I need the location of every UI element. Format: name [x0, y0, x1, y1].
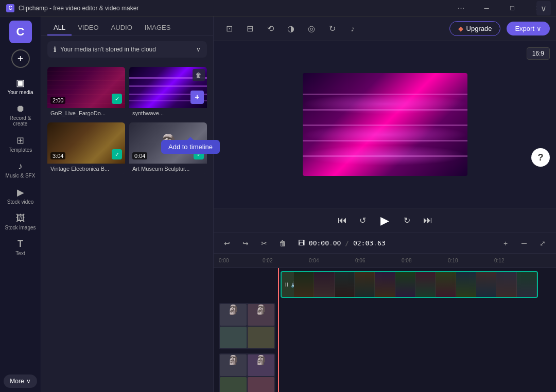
- preview-line-3: [303, 124, 467, 126]
- cloud-notice[interactable]: ℹ Your media isn't stored in the cloud ∨: [47, 41, 207, 58]
- sidebar-item-stock-video[interactable]: ▶ Stock video: [2, 184, 39, 208]
- preview-glow-top: [303, 94, 467, 114]
- vintage-track[interactable]: 🗿 🗿: [219, 353, 275, 392]
- more-label: More: [10, 378, 24, 385]
- sidebar-item-stock-images[interactable]: 🖼 Stock images: [2, 210, 39, 234]
- rewind-icon: ↺: [359, 216, 366, 225]
- tab-images[interactable]: IMAGES: [138, 21, 177, 35]
- add-media-button[interactable]: +: [11, 49, 30, 68]
- total-time: 02:03: [353, 239, 373, 247]
- menu-dots-button[interactable]: ⋯: [449, 0, 473, 16]
- preview-area: 16:9 ?: [214, 41, 556, 208]
- more-button[interactable]: More ∨: [4, 375, 37, 388]
- ruler-mark-6: 0:12: [494, 258, 504, 263]
- media-card-synthwave[interactable]: 🗑 + synthwave...: [129, 67, 207, 118]
- video-track[interactable]: ⏸ 🔊: [281, 271, 538, 298]
- timecode-tape-icon: 🎞: [298, 239, 305, 247]
- collapse-timeline-button[interactable]: ∨: [536, 1, 551, 15]
- media-duration-gnr: 2:00: [50, 97, 65, 104]
- timeline-toolbar: ↩ ↪ ✂ 🗑 🎞 00:00.00 / 02:03.63 + ─ ⤢ ∨: [214, 233, 556, 254]
- transform-tool-button[interactable]: ⟲: [261, 20, 280, 38]
- forward-button[interactable]: ↻: [399, 212, 415, 229]
- tab-audio[interactable]: AUDIO: [105, 21, 138, 35]
- media-card-hover-buttons: 🗑: [193, 69, 205, 81]
- stock-images-icon: 🖼: [16, 213, 25, 224]
- ruler-mark-0: 0:00: [219, 258, 229, 263]
- filters-tool-button[interactable]: ◎: [302, 20, 321, 38]
- upgrade-label: Upgrade: [466, 25, 492, 32]
- timeline-content: 0:00 0:02 0:04 0:06 0:08 0:10 0:12 ⏸: [214, 254, 556, 392]
- color-tool-button[interactable]: ◑: [282, 20, 300, 38]
- export-label: Export: [515, 25, 534, 32]
- stock-video-icon: ▶: [17, 187, 24, 198]
- rewind-button[interactable]: ↺: [355, 212, 371, 229]
- sidebar-item-label-templates: Templates: [9, 147, 32, 153]
- zoom-out-button[interactable]: ─: [517, 236, 531, 251]
- app-container: C + ▣ Your media ⏺ Record & create ⊞ Tem…: [0, 16, 556, 392]
- preview-line-4: [303, 140, 467, 141]
- tab-video[interactable]: VIDEO: [72, 21, 105, 35]
- fit-timeline-button[interactable]: ⤢: [535, 236, 550, 251]
- current-time: 00:00: [309, 239, 329, 247]
- minimize-button[interactable]: ─: [475, 0, 498, 16]
- playhead[interactable]: [278, 268, 279, 392]
- sidebar-item-your-media[interactable]: ▣ Your media: [2, 74, 39, 98]
- upgrade-button[interactable]: ◆ Upgrade: [449, 21, 501, 36]
- cloud-notice-text: Your media isn't stored in the cloud: [60, 46, 156, 53]
- zoom-in-button[interactable]: +: [498, 236, 513, 251]
- text-icon: T: [18, 239, 23, 250]
- preview-video: [303, 73, 467, 176]
- delete-media-button[interactable]: 🗑: [193, 69, 205, 81]
- audio-tool-button[interactable]: ♪: [343, 20, 362, 38]
- media-name-vintage: Vintage Electronica B...: [47, 164, 125, 174]
- info-icon: ℹ: [54, 45, 56, 54]
- rotate-tool-button[interactable]: ↻: [323, 20, 341, 38]
- media-card-gnr[interactable]: 2:00 ✓ GnR_Live_FargoDo...: [47, 67, 125, 118]
- ruler-mark-5: 0:10: [448, 258, 458, 263]
- title-bar: C Clipchamp - free video editor & video …: [0, 0, 556, 16]
- add-to-timeline-button[interactable]: +: [190, 91, 204, 104]
- export-button[interactable]: Export ∨: [507, 22, 550, 35]
- tab-all[interactable]: ALL: [47, 21, 72, 35]
- media-duration-artmuseum: 0:04: [132, 152, 147, 159]
- sidebar-item-label-text: Text: [15, 251, 25, 256]
- media-name-artmuseum: Art Museum Sculptur...: [129, 164, 207, 174]
- redo-button[interactable]: ↪: [238, 236, 253, 251]
- ruler-mark-2: 0:04: [309, 258, 319, 263]
- media-card-vintage[interactable]: 3:04 ✓ Vintage Electronica B...: [47, 122, 125, 174]
- title-bar-left: C Clipchamp - free video editor & video …: [6, 4, 138, 12]
- editor-panel: ⊡ ⊟ ⟲ ◑ ◎ ↻ ♪ ◆ Upgrade Export ∨: [214, 16, 556, 392]
- layout-tool-button[interactable]: ⊡: [220, 20, 238, 38]
- maximize-button[interactable]: □: [500, 0, 524, 16]
- track-frames: [294, 272, 537, 297]
- window-controls: ⋯ ─ □ ✕: [449, 0, 550, 16]
- sidebar-item-record-create[interactable]: ⏺ Record & create: [2, 100, 39, 130]
- help-button[interactable]: ?: [531, 148, 550, 167]
- skip-forward-button[interactable]: ⏭: [420, 212, 436, 229]
- crop-tool-button[interactable]: ⊟: [240, 20, 259, 38]
- sidebar-item-label-stock-images: Stock images: [5, 225, 36, 230]
- forward-icon: ↻: [404, 216, 410, 225]
- sidebar-item-label-stock-video: Stock video: [7, 199, 34, 205]
- sidebar-item-templates[interactable]: ⊞ Templates: [2, 132, 39, 156]
- ruler-mark-3: 0:06: [355, 258, 365, 263]
- delete-button[interactable]: 🗑: [275, 236, 290, 251]
- timeline-area: ↩ ↪ ✂ 🗑 🎞 00:00.00 / 02:03.63 + ─ ⤢ ∨: [214, 233, 556, 392]
- sidebar-item-label-your-media: Your media: [7, 90, 33, 95]
- art-museum-track[interactable]: 🗿 🗿: [219, 303, 275, 349]
- undo-button[interactable]: ↩: [220, 236, 234, 251]
- sidebar-item-text[interactable]: T Text: [2, 236, 39, 259]
- add-to-timeline-tooltip: Add to timeline: [161, 140, 220, 154]
- window-title: Clipchamp - free video editor & video ma…: [19, 5, 138, 12]
- aspect-ratio-badge[interactable]: 16:9: [527, 47, 550, 60]
- pause-track-icon: ⏸: [284, 281, 289, 288]
- preview-glow-mid: [303, 124, 467, 145]
- media-duration-vintage: 3:04: [50, 152, 65, 159]
- play-icon: ▶: [380, 214, 389, 227]
- sidebar-logo: C: [9, 21, 32, 43]
- skip-back-icon: ⏮: [338, 215, 347, 226]
- skip-back-button[interactable]: ⏮: [334, 212, 351, 229]
- play-button[interactable]: ▶: [375, 211, 395, 230]
- sidebar-item-music-sfx[interactable]: ♪ Music & SFX: [2, 158, 39, 182]
- cut-button[interactable]: ✂: [257, 236, 271, 251]
